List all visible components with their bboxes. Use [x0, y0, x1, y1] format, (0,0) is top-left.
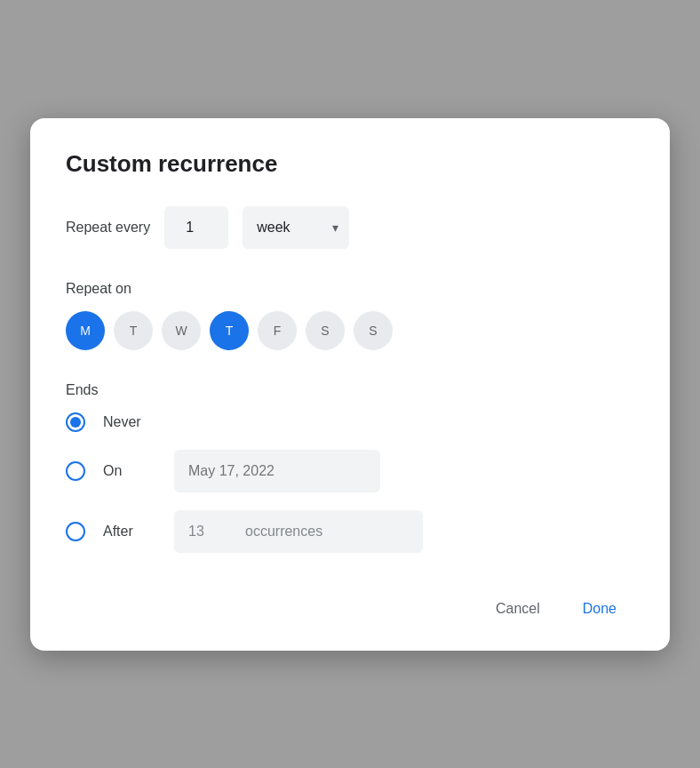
ends-label: Ends [66, 382, 634, 398]
repeat-every-label: Repeat every [66, 220, 150, 236]
occurrences-input-wrapper: occurrences [174, 510, 423, 553]
repeat-on-label: Repeat on [66, 281, 634, 297]
day-btn-wednesday[interactable]: W [162, 311, 201, 350]
radio-after[interactable] [66, 522, 85, 541]
occurrences-label: occurrences [245, 524, 337, 540]
ends-option-on: On [66, 450, 634, 492]
days-row: M T W T F S S [66, 311, 634, 350]
ends-on-label: On [103, 463, 156, 479]
day-btn-thursday[interactable]: T [210, 311, 249, 350]
ends-option-after: After occurrences [66, 510, 634, 553]
cancel-button[interactable]: Cancel [478, 592, 558, 626]
repeat-every-row: Repeat every day week month year [66, 206, 634, 249]
repeat-on-section: Repeat on M T W T F S S [66, 281, 634, 350]
day-btn-sunday[interactable]: S [354, 311, 393, 350]
ends-after-label: After [103, 524, 156, 540]
dialog-title: Custom recurrence [66, 150, 634, 178]
day-btn-tuesday[interactable]: T [114, 311, 153, 350]
dialog-footer: Cancel Done [66, 578, 634, 626]
repeat-unit-select-wrapper: day week month year [243, 206, 349, 249]
dialog-overlay: Custom recurrence Repeat every day week … [0, 0, 700, 768]
radio-on[interactable] [66, 461, 85, 481]
day-btn-monday[interactable]: M [66, 311, 105, 350]
ends-on-date-input[interactable] [174, 450, 380, 492]
occurrences-number-input[interactable] [174, 510, 245, 553]
ends-section: Ends Never On After [66, 382, 634, 553]
done-button[interactable]: Done [565, 592, 634, 626]
custom-recurrence-dialog: Custom recurrence Repeat every day week … [30, 118, 670, 651]
ends-never-label: Never [103, 414, 156, 430]
ends-options: Never On After occurrences [66, 412, 634, 553]
ends-option-never: Never [66, 412, 634, 432]
radio-never[interactable] [66, 412, 85, 432]
day-btn-saturday[interactable]: S [306, 311, 345, 350]
day-btn-friday[interactable]: F [258, 311, 297, 350]
repeat-unit-select[interactable]: day week month year [243, 206, 349, 249]
repeat-every-number-input[interactable] [164, 206, 228, 249]
